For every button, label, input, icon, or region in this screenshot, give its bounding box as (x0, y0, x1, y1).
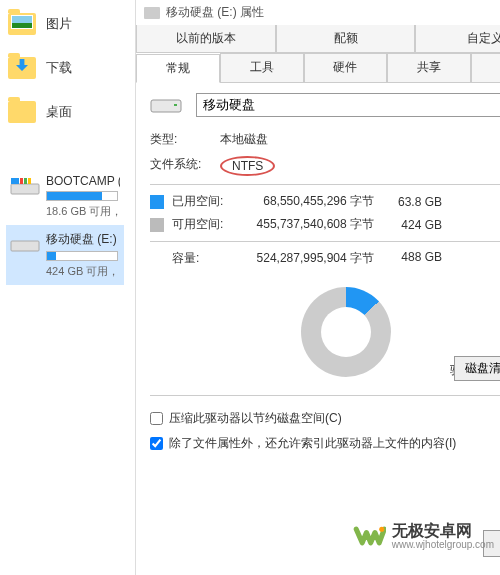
nav-downloads[interactable]: 下载 (6, 52, 124, 84)
divider (150, 184, 500, 185)
watermark-url: www.wjhotelgroup.com (392, 539, 494, 550)
svg-rect-5 (11, 241, 39, 251)
folder-downloads-icon (6, 52, 38, 84)
used-space-swatch (150, 195, 164, 209)
tab-general[interactable]: 常规 (136, 54, 220, 83)
svg-point-8 (379, 527, 384, 532)
drive-free-text: 18.6 GB 可用， (46, 204, 120, 219)
drive-free-text: 424 GB 可用， (46, 264, 120, 279)
folder-desktop-icon (6, 96, 38, 128)
drive-small-icon (144, 7, 160, 19)
free-space-label: 可用空间: (172, 216, 232, 233)
tab-tools[interactable]: 工具 (220, 53, 304, 82)
nav-pictures-label: 图片 (46, 15, 72, 33)
index-checkbox-row[interactable]: 除了文件属性外，还允许索引此驱动器上文件的内容(I) (150, 435, 500, 452)
compress-checkbox-row[interactable]: 压缩此驱动器以节约磁盘空间(C) (150, 410, 500, 427)
used-space-human: 63.8 GB (382, 195, 442, 209)
folder-pictures-icon (6, 8, 38, 40)
filesystem-value: NTFS (220, 156, 275, 176)
type-value: 本地磁盘 (220, 131, 268, 148)
tabs-row-upper: 以前的版本 配额 自定义 (136, 25, 500, 53)
drive-icon (10, 176, 40, 200)
tab-quota[interactable]: 配额 (276, 25, 416, 52)
tab-security[interactable]: 安全 (471, 53, 500, 82)
drive-usage-bar (46, 251, 118, 261)
drive-list: BOOTCAMP ( 18.6 GB 可用， 移动硬盘 (E:) 424 GB … (6, 168, 124, 285)
index-checkbox[interactable] (150, 437, 163, 450)
tab-sharing[interactable]: 共享 (387, 53, 471, 82)
capacity-human: 488 GB (382, 250, 442, 267)
compress-checkbox[interactable] (150, 412, 163, 425)
disk-cleanup-button[interactable]: 磁盘清理(D) (454, 356, 500, 381)
used-space-label: 已用空间: (172, 193, 232, 210)
compress-label: 压缩此驱动器以节约磁盘空间(C) (169, 410, 342, 427)
drive-item-removable[interactable]: 移动硬盘 (E:) 424 GB 可用， (6, 225, 124, 285)
drive-usage-bar (46, 191, 118, 201)
drive-item-bootcamp[interactable]: BOOTCAMP ( 18.6 GB 可用， (6, 168, 124, 225)
tabs-row-lower: 常规 工具 硬件 共享 安全 (136, 53, 500, 83)
type-label: 类型: (150, 131, 220, 148)
index-label: 除了文件属性外，还允许索引此驱动器上文件的内容(I) (169, 435, 456, 452)
filesystem-label: 文件系统: (150, 156, 220, 176)
capacity-label: 容量: (172, 250, 232, 267)
usage-donut-chart (301, 287, 391, 377)
nav-desktop[interactable]: 桌面 (6, 96, 124, 128)
drive-name: BOOTCAMP ( (46, 174, 120, 188)
nav-desktop-label: 桌面 (46, 103, 72, 121)
free-space-bytes: 455,737,540,608 字节 (232, 216, 382, 233)
svg-rect-7 (174, 104, 177, 106)
dialog-titlebar: 移动硬盘 (E:) 属性 (136, 0, 500, 25)
tab-hardware[interactable]: 硬件 (304, 53, 388, 82)
divider (150, 395, 500, 396)
used-space-bytes: 68,550,455,296 字节 (232, 193, 382, 210)
tab-previous-versions[interactable]: 以前的版本 (136, 25, 276, 52)
drive-icon (10, 233, 40, 257)
drive-name-input[interactable] (196, 93, 500, 117)
svg-rect-1 (11, 178, 19, 184)
watermark-title: 无极安卓网 (392, 522, 494, 540)
capacity-bytes: 524,287,995,904 字节 (232, 250, 382, 267)
svg-rect-2 (20, 178, 23, 184)
drive-name: 移动硬盘 (E:) (46, 231, 120, 248)
tab-customize[interactable]: 自定义 (415, 25, 500, 52)
nav-pictures[interactable]: 图片 (6, 8, 124, 40)
svg-rect-0 (11, 184, 39, 194)
free-space-human: 424 GB (382, 218, 442, 232)
dialog-title-text: 移动硬盘 (E:) 属性 (166, 4, 264, 21)
svg-rect-3 (24, 178, 27, 184)
explorer-sidebar: 图片 下载 桌面 BOOTCAMP ( 18.6 GB 可用， 移动硬盘 (E:… (0, 0, 130, 575)
nav-downloads-label: 下载 (46, 59, 72, 77)
watermark: 无极安卓网 www.wjhotelgroup.com (352, 519, 494, 553)
drive-large-icon (150, 94, 182, 116)
watermark-logo-icon (352, 519, 386, 553)
properties-dialog: 移动硬盘 (E:) 属性 以前的版本 配额 自定义 常规 工具 硬件 共享 安全… (135, 0, 500, 575)
divider (150, 241, 500, 242)
free-space-swatch (150, 218, 164, 232)
svg-rect-4 (28, 178, 31, 184)
tab-general-content: 类型: 本地磁盘 文件系统: NTFS 已用空间: 68,550,455,296… (136, 83, 500, 470)
